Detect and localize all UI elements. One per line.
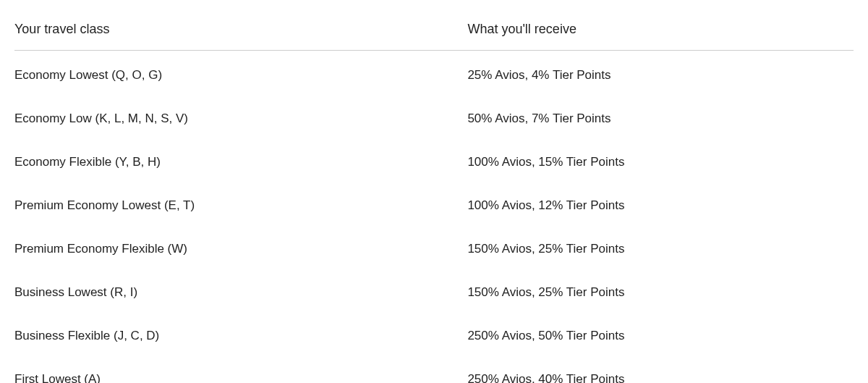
cell-receive: 150% Avios, 25% Tier Points (467, 242, 854, 256)
header-travel-class: Your travel class (14, 22, 467, 37)
cell-travel-class: Premium Economy Flexible (W) (14, 242, 467, 256)
table-row: Business Flexible (J, C, D) 250% Avios, … (14, 314, 854, 358)
cell-travel-class: Economy Flexible (Y, B, H) (14, 155, 467, 169)
table-row: Economy Lowest (Q, O, G) 25% Avios, 4% T… (14, 54, 854, 97)
cell-receive: 150% Avios, 25% Tier Points (467, 285, 854, 300)
table-header-row: Your travel class What you'll receive (14, 22, 854, 51)
cell-receive: 250% Avios, 40% Tier Points (467, 372, 854, 383)
table-row: Economy Low (K, L, M, N, S, V) 50% Avios… (14, 97, 854, 140)
table-row: Business Lowest (R, I) 150% Avios, 25% T… (14, 271, 854, 314)
cell-travel-class: Economy Lowest (Q, O, G) (14, 68, 467, 83)
cell-receive: 100% Avios, 15% Tier Points (467, 155, 854, 169)
cell-travel-class: Business Lowest (R, I) (14, 285, 467, 300)
table-row: Premium Economy Flexible (W) 150% Avios,… (14, 227, 854, 271)
earning-rates-table: Your travel class What you'll receive Ec… (14, 22, 854, 383)
cell-receive: 50% Avios, 7% Tier Points (467, 111, 854, 126)
table-row: First Lowest (A) 250% Avios, 40% Tier Po… (14, 358, 854, 383)
cell-travel-class: Business Flexible (J, C, D) (14, 329, 467, 343)
cell-travel-class: Premium Economy Lowest (E, T) (14, 198, 467, 213)
cell-travel-class: Economy Low (K, L, M, N, S, V) (14, 111, 467, 126)
cell-receive: 25% Avios, 4% Tier Points (467, 68, 854, 83)
table-row: Premium Economy Lowest (E, T) 100% Avios… (14, 184, 854, 227)
cell-travel-class: First Lowest (A) (14, 372, 467, 383)
cell-receive: 100% Avios, 12% Tier Points (467, 198, 854, 213)
header-receive: What you'll receive (467, 22, 854, 37)
cell-receive: 250% Avios, 50% Tier Points (467, 329, 854, 343)
table-row: Economy Flexible (Y, B, H) 100% Avios, 1… (14, 140, 854, 184)
